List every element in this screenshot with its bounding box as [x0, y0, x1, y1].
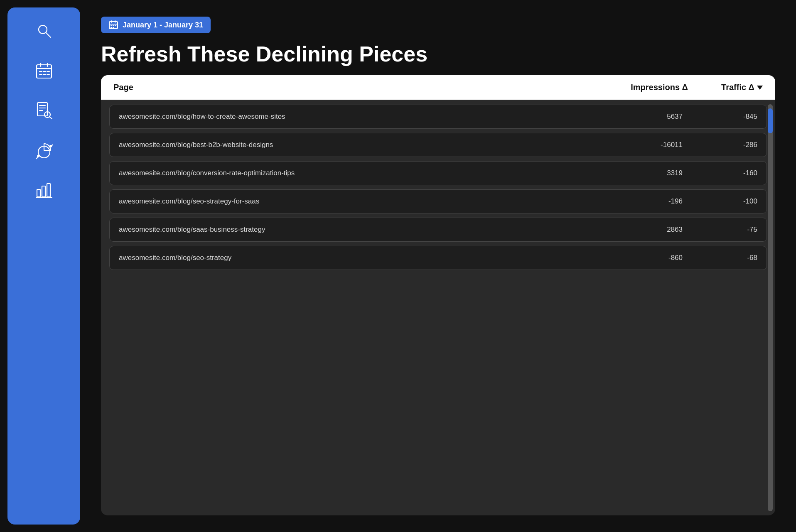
svg-rect-12 [37, 103, 47, 116]
row-traffic-3: -100 [691, 197, 757, 206]
table-row[interactable]: awesomesite.com/blog/how-to-create-aweso… [109, 105, 767, 129]
sidebar-item-calendar[interactable] [33, 60, 55, 81]
table-header: Page Impressions Δ Traffic Δ [101, 75, 775, 100]
date-badge-text: January 1 - January 31 [123, 21, 203, 29]
row-page-3: awesomesite.com/blog/seo-strategy-for-sa… [119, 197, 608, 206]
row-impressions-0: 5637 [608, 113, 691, 121]
scrollbar-thumb[interactable] [768, 108, 773, 133]
row-impressions-1: -16011 [608, 141, 691, 149]
row-traffic-5: -68 [691, 254, 757, 262]
sidebar-item-analytics[interactable] [33, 140, 55, 161]
calendar-badge-icon [108, 20, 118, 30]
svg-rect-24 [42, 186, 45, 197]
chart-pie-icon [35, 141, 53, 159]
row-page-0: awesomesite.com/blog/how-to-create-aweso… [119, 113, 608, 121]
table-body: awesomesite.com/blog/how-to-create-aweso… [101, 100, 775, 275]
scrollbar-track[interactable] [768, 104, 773, 511]
row-impressions-4: 2863 [608, 226, 691, 234]
row-impressions-5: -860 [608, 254, 691, 262]
row-page-4: awesomesite.com/blog/saas-business-strat… [119, 226, 608, 234]
data-table: Page Impressions Δ Traffic Δ awesomesite… [101, 75, 775, 515]
table-row[interactable]: awesomesite.com/blog/saas-business-strat… [109, 218, 767, 242]
sidebar [7, 7, 80, 525]
page-title: Refresh These Declining Pieces [101, 42, 775, 66]
bar-chart-icon [35, 181, 53, 199]
svg-rect-25 [47, 184, 50, 197]
table-row[interactable]: awesomesite.com/blog/seo-strategy -860 -… [109, 246, 767, 270]
svg-line-17 [49, 117, 52, 119]
table-row[interactable]: awesomesite.com/blog/conversion-rate-opt… [109, 161, 767, 185]
sidebar-item-reports[interactable] [33, 179, 55, 201]
column-traffic[interactable]: Traffic Δ [696, 83, 763, 92]
date-badge[interactable]: January 1 - January 31 [101, 17, 211, 33]
row-page-5: awesomesite.com/blog/seo-strategy [119, 254, 608, 262]
search-icon [35, 22, 53, 40]
svg-line-1 [46, 33, 51, 38]
sidebar-item-content[interactable] [33, 100, 55, 121]
row-impressions-3: -196 [608, 197, 691, 206]
row-page-2: awesomesite.com/blog/conversion-rate-opt… [119, 169, 608, 177]
row-traffic-4: -75 [691, 226, 757, 234]
row-traffic-1: -286 [691, 141, 757, 149]
calendar-icon [35, 61, 53, 80]
main-content: January 1 - January 31 Refresh These Dec… [80, 0, 796, 532]
row-page-1: awesomesite.com/blog/best-b2b-website-de… [119, 141, 608, 149]
column-page: Page [113, 83, 613, 92]
row-traffic-2: -160 [691, 169, 757, 177]
table-row[interactable]: awesomesite.com/blog/best-b2b-website-de… [109, 133, 767, 157]
sort-arrow-icon [757, 86, 763, 90]
svg-rect-23 [37, 189, 40, 197]
sidebar-item-search[interactable] [33, 20, 55, 42]
document-search-icon [35, 101, 53, 120]
column-impressions: Impressions Δ [613, 83, 696, 92]
row-impressions-2: 3319 [608, 169, 691, 177]
table-row[interactable]: awesomesite.com/blog/seo-strategy-for-sa… [109, 189, 767, 213]
row-traffic-0: -845 [691, 113, 757, 121]
